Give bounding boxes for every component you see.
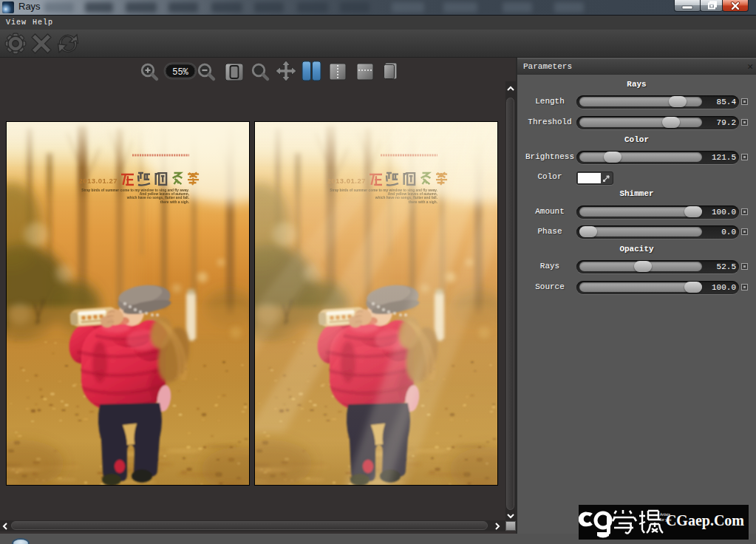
svg-text:Stray birds of summer come to: Stray birds of summer come to my window … (81, 188, 189, 192)
svg-text:CGaep.Com: CGaep.Com (666, 512, 744, 529)
svg-text:55%: 55% (172, 67, 188, 78)
svg-text:2013.01.27: 2013.01.27 (78, 177, 118, 185)
svg-text:there with a sigh.: there with a sigh. (160, 200, 189, 204)
svg-text:And yellow leaves of autumn,: And yellow leaves of autumn, (140, 192, 190, 196)
svg-text:which have no songs, flutter a: which have no songs, flutter and fall. (126, 196, 189, 200)
